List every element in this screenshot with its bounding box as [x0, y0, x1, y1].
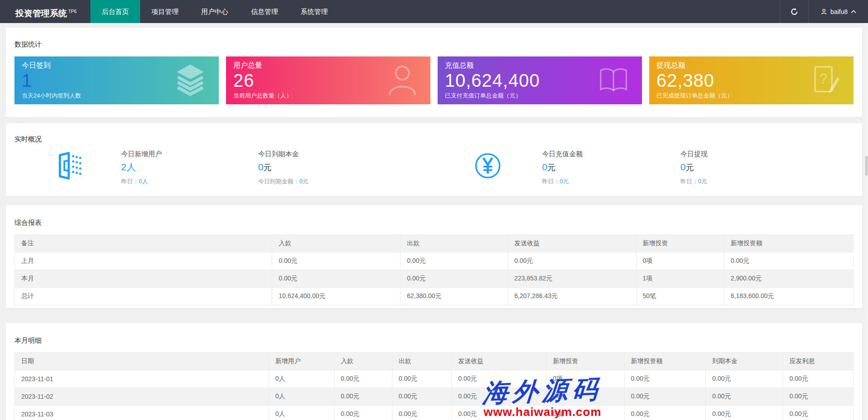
table-cell: 0项: [547, 370, 625, 388]
overview-row: 今日新增用户 2人 昨日：0人 今日到期本金 0元 今日到期金额：0元: [14, 150, 854, 185]
table-cell: 0.00元: [783, 388, 854, 406]
nav-item-system[interactable]: 系统管理: [289, 0, 339, 23]
column-header: 新增投资: [547, 353, 625, 370]
table-cell: 1项: [636, 270, 724, 288]
table-row: 2023-11-02 0人 0.00元 0.00元 0.00元 0项 0.00元…: [15, 388, 854, 406]
column-header: 发送收益: [452, 353, 547, 370]
stat-card-users: 用户总量 26 当前用户总数量（人）: [226, 56, 430, 104]
overview-stat-label: 今日提现: [680, 150, 816, 158]
overview-sub-label: 昨日：: [542, 178, 560, 185]
overview-sub-unit: 元: [701, 178, 707, 185]
layers-icon: [174, 63, 207, 98]
detail-section-title: 本月明细: [14, 336, 854, 345]
navbar-right: baifu8: [780, 0, 868, 23]
column-header: 应发利息: [783, 353, 854, 370]
scrollbar-thumb[interactable]: [865, 156, 868, 176]
table-cell: 0.00元: [334, 388, 392, 406]
table-cell: 0.00元: [401, 270, 508, 288]
book-icon: [597, 65, 630, 96]
overview-stat-value: 0: [680, 162, 686, 172]
table-cell: 0.00元: [392, 370, 452, 388]
table-cell: 0.00元: [392, 388, 452, 406]
table-row: 2023-11-01 0人 0.00元 0.00元 0.00元 0项 0.00元…: [15, 370, 854, 388]
detail-table: 日期 新增用户 入款 出款 发送收益 新增投资 新增投资额 到期本金 应发利息 …: [14, 352, 854, 420]
overview-sub-value: 0人: [139, 178, 148, 185]
table-cell: 0.00元: [624, 388, 706, 406]
table-cell: 0.00元: [334, 370, 392, 388]
table-cell: 0.00元: [334, 406, 392, 420]
table-cell: 0.00元: [508, 252, 636, 270]
chevron-up-icon: [851, 10, 856, 14]
table-cell: 总计: [15, 288, 272, 305]
user-menu[interactable]: baifu8: [809, 0, 868, 23]
main-content: 数据统计 今日签到 1 当天24小时内签到人数 用户总量 26: [0, 27, 868, 420]
table-cell: 0.00元: [706, 370, 783, 388]
table-cell: 0.00元: [624, 406, 706, 420]
detail-section: 本月明细 日期 新增用户 入款 出款 发送收益 新增投资 新增投资额 到期本金 …: [5, 322, 863, 420]
overview-stat-unit: 元: [686, 163, 694, 172]
stats-section-title: 数据统计: [14, 40, 854, 49]
table-cell: 6,183,600.00元: [724, 288, 854, 305]
overview-section-title: 实时概况: [14, 135, 854, 144]
nav-item-dashboard[interactable]: 后台首页: [90, 0, 140, 23]
table-cell: 0.00元: [392, 406, 452, 420]
table-cell: 62,380.00元: [401, 288, 508, 305]
nav-item-user-center[interactable]: 用户中心: [190, 0, 240, 23]
column-header: 到期本金: [706, 353, 783, 370]
table-cell: 0项: [636, 252, 724, 270]
table-header-row: 备注 入款 出款 发送收益 新增投资 新增投资额: [15, 235, 854, 252]
table-cell: 2023-11-01: [15, 370, 269, 388]
app-title-text: 投资管理系统: [15, 9, 67, 18]
table-cell: 0人: [269, 406, 335, 420]
overview-stat-value: 0: [258, 162, 264, 172]
overview-stat-new-users: 今日新增用户 2人 昨日：0人: [121, 150, 258, 185]
table-cell: 0.00元: [452, 406, 547, 420]
refresh-button[interactable]: [780, 0, 808, 23]
column-header: 新增投资额: [724, 235, 854, 252]
column-header: 新增投资额: [624, 353, 706, 370]
report-section: 综合报表 备注 入款 出款 发送收益 新增投资 新增投资额 上月 0.: [5, 205, 863, 308]
app-title: 投资管理系统TP6: [0, 0, 90, 23]
overview-stat-unit: 元: [264, 163, 272, 172]
scrollbar[interactable]: [865, 23, 868, 420]
username: baifu8: [830, 8, 848, 15]
table-cell: 0.00元: [724, 252, 854, 270]
yuan-circle-icon: [474, 152, 502, 180]
table-cell: 0人: [269, 388, 335, 406]
overview-stat-label: 今日到期本金: [258, 150, 394, 158]
table-cell: 2023-11-03: [15, 406, 269, 420]
column-header: 日期: [15, 353, 269, 370]
app-title-version: TP6: [68, 9, 76, 14]
overview-sub-unit: 元: [563, 178, 569, 185]
table-cell: 0.00元: [783, 406, 854, 420]
overview-stat-value: 2人: [121, 162, 136, 172]
nav-item-projects[interactable]: 项目管理: [140, 0, 190, 23]
table-cell: 223,853.82元: [508, 270, 636, 288]
overview-section: 实时概况 今日新增用户 2人 昨日：0人: [5, 123, 863, 196]
overview-stat-due-principal: 今日到期本金 0元 今日到期金额：0元: [258, 150, 394, 185]
table-cell: 0.00元: [706, 406, 783, 420]
table-cell: 0人: [269, 370, 335, 388]
stat-card-withdraw: 提现总额 62,380 已完成提现订单总金额（元） ?: [649, 56, 854, 104]
nav-item-information[interactable]: 信息管理: [240, 0, 289, 23]
stat-card-signin: 今日签到 1 当天24小时内签到人数: [14, 56, 219, 104]
overview-sub-unit: 元: [302, 178, 308, 185]
user-icon: [821, 8, 827, 15]
overview-sub-label: 今日到期金额：: [258, 178, 299, 185]
overview-stat-label: 今日新增用户: [121, 150, 258, 158]
overview-stat-unit: 元: [547, 163, 556, 172]
column-header: 备注: [15, 235, 272, 252]
column-header: 出款: [401, 235, 508, 252]
table-row: 本月 0.00元 0.00元 223,853.82元 1项 2,900.00元: [15, 270, 854, 288]
table-cell: 2023-11-02: [15, 388, 269, 406]
column-header: 入款: [334, 353, 392, 370]
table-cell: 0.00元: [452, 388, 547, 406]
user-outline-icon: [386, 63, 419, 98]
table-cell: 0项: [547, 388, 625, 406]
table-cell: 0.00元: [783, 370, 854, 388]
table-cell: 0.00元: [272, 270, 401, 288]
overview-stat-value: 0: [542, 162, 547, 172]
stat-card-recharge: 充值总额 10,624,400 已支付充值订单总金额（元）: [438, 56, 642, 104]
overview-stat-today-withdraw: 今日提现 0元 昨日：0元: [680, 150, 816, 185]
top-navbar: 投资管理系统TP6 后台首页 项目管理 用户中心 信息管理 系统管理 baifu…: [0, 0, 868, 23]
